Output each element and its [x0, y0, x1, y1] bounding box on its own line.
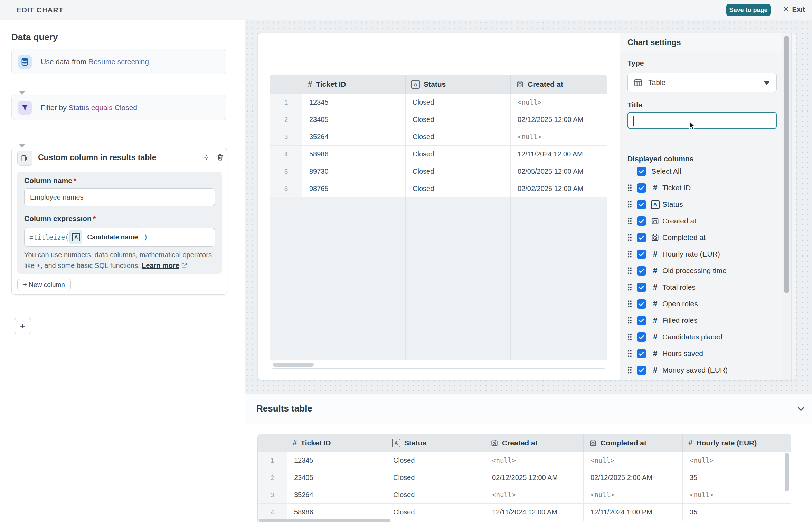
- column-checkbox[interactable]: [637, 366, 646, 375]
- exit-button[interactable]: ✕ Exit: [783, 5, 805, 13]
- column-checkbox[interactable]: [637, 250, 646, 259]
- drag-handle-icon[interactable]: [627, 200, 633, 209]
- settings-scrollbar-thumb[interactable]: [784, 36, 789, 293]
- drag-handle-icon[interactable]: [627, 300, 633, 308]
- table-cell: 98765: [302, 180, 406, 197]
- save-to-page-button[interactable]: Save to page: [726, 4, 771, 16]
- column-label: Created at: [662, 217, 696, 225]
- data-source-link[interactable]: Resume screening: [88, 58, 149, 66]
- column-checkbox[interactable]: [637, 299, 646, 309]
- date-type-icon: [491, 439, 498, 447]
- column-checkbox[interactable]: [637, 183, 646, 193]
- results-hscrollbar-thumb[interactable]: [259, 519, 390, 522]
- table-type-icon: [633, 78, 643, 87]
- results-table: #Ticket IDAStatusCreated atCompleted at#…: [257, 434, 791, 522]
- table-row: 335264Closed<null>: [270, 128, 607, 146]
- chart-title-input[interactable]: [627, 112, 777, 129]
- table-cell: 23405: [287, 469, 386, 486]
- add-step-button[interactable]: +: [14, 318, 31, 334]
- displayed-column-row: #Hourly rate (EUR): [620, 246, 796, 262]
- table-cell: 23405: [302, 111, 406, 128]
- row-number-header: [270, 75, 302, 94]
- results-vscrollbar-thumb[interactable]: [785, 453, 789, 491]
- step-connector: [22, 120, 22, 145]
- column-checkbox[interactable]: [637, 316, 646, 325]
- date-type-icon: [516, 80, 524, 88]
- column-header[interactable]: Created at: [511, 75, 607, 94]
- displayed-column-row: #Total roles: [620, 279, 796, 296]
- column-checkbox[interactable]: [637, 283, 646, 292]
- drag-handle-icon[interactable]: [627, 184, 633, 192]
- custom-column-form: Column name* Employee names Column expre…: [17, 172, 222, 274]
- table-cell: Closed: [386, 452, 485, 469]
- row-number: 3: [258, 486, 287, 504]
- number-type-icon: #: [308, 80, 312, 88]
- drag-handle-icon[interactable]: [627, 333, 633, 341]
- chart-preview-table: #Ticket IDAStatusCreated at112345Closed<…: [270, 75, 607, 369]
- table-row: 698765Closed02/02/2025 12:00 AM: [270, 180, 607, 197]
- date-type-icon: [589, 439, 597, 447]
- number-type-icon: #: [688, 439, 692, 447]
- delete-icon[interactable]: [216, 153, 225, 162]
- column-token-chip[interactable]: A Candidate name: [69, 230, 143, 244]
- results-header[interactable]: Results table: [245, 394, 812, 424]
- table-header-row: #Ticket IDAStatusCreated at: [270, 75, 607, 94]
- column-label: Hours saved: [662, 349, 703, 358]
- chart-type-select[interactable]: Table: [627, 73, 777, 92]
- column-checkbox[interactable]: [637, 332, 646, 342]
- column-checkbox[interactable]: [637, 200, 646, 209]
- drag-handle-icon[interactable]: [627, 316, 633, 325]
- preview-hscrollbar-thumb[interactable]: [273, 362, 314, 367]
- chevron-down-icon[interactable]: [796, 404, 806, 414]
- learn-more-link[interactable]: Learn more: [142, 262, 179, 269]
- source-step-card[interactable]: Use data from Resume screening: [11, 49, 226, 74]
- column-header[interactable]: #Ticket ID: [287, 434, 386, 452]
- displayed-column-row: #Candidates placed: [620, 329, 796, 345]
- custom-column-icon: [17, 151, 32, 166]
- column-header[interactable]: #Ticket ID: [302, 75, 406, 94]
- new-column-button[interactable]: + New column: [17, 279, 71, 291]
- column-checkbox[interactable]: [637, 349, 646, 358]
- data-query-panel: Data query Use data from Resume screenin…: [0, 20, 245, 522]
- displayed-column-row: #Old processing time: [620, 262, 796, 279]
- column-header[interactable]: #Hourly rate (EUR): [683, 434, 780, 452]
- drag-handle-icon[interactable]: [627, 250, 633, 258]
- connector-arrow-icon: [19, 91, 25, 95]
- column-checkbox[interactable]: [637, 216, 646, 226]
- collapse-icon[interactable]: [202, 153, 210, 162]
- drag-handle-icon[interactable]: [627, 233, 633, 242]
- drag-handle-icon[interactable]: [627, 267, 633, 275]
- column-name-input[interactable]: Employee names: [24, 188, 215, 206]
- table-cell: 12/11/2024 12:00 AM: [511, 146, 607, 163]
- text-type-icon: A: [70, 230, 82, 244]
- drag-handle-icon[interactable]: [627, 366, 633, 374]
- column-checkbox[interactable]: [637, 266, 646, 276]
- data-table: #Ticket IDAStatusCreated at112345Closed<…: [270, 75, 607, 360]
- column-header[interactable]: Completed at: [584, 434, 683, 452]
- column-header-label: Status: [424, 80, 446, 88]
- row-number: 4: [270, 146, 302, 163]
- column-header[interactable]: AStatus: [386, 434, 485, 452]
- filter-step-card[interactable]: Filter by Status equals Closed: [11, 95, 226, 120]
- column-checkbox[interactable]: [637, 233, 646, 242]
- scrollbar-gutter-header: [780, 434, 791, 452]
- column-header[interactable]: AStatus: [406, 75, 511, 94]
- drag-handle-icon[interactable]: [627, 283, 633, 291]
- drag-handle-icon[interactable]: [627, 217, 633, 225]
- column-expression-input[interactable]: = titleize( A Candidate name ): [24, 228, 215, 246]
- edit-chart-screen: EDIT CHART Save to page ✕ Exit Data quer…: [0, 0, 812, 522]
- number-type-icon: #: [293, 439, 297, 447]
- exit-label: Exit: [792, 6, 805, 13]
- displayed-column-row: Completed at: [620, 229, 796, 246]
- select-all-row: Select All: [620, 163, 796, 180]
- select-all-checkbox[interactable]: [637, 167, 646, 176]
- displayed-columns-label: Displayed columns: [627, 155, 693, 163]
- expression-helper-text: You can use numbers, data columns, mathe…: [24, 250, 215, 272]
- table-cell: 89730: [302, 163, 406, 180]
- table-cell: 12345: [287, 452, 386, 469]
- column-header[interactable]: Created at: [485, 434, 584, 452]
- column-label: Money saved (EUR): [662, 366, 728, 374]
- table-cell: Closed: [406, 128, 511, 146]
- drag-handle-icon[interactable]: [627, 349, 633, 358]
- results-table-section: Results table #Ticket IDAStatusCreated a…: [245, 394, 812, 522]
